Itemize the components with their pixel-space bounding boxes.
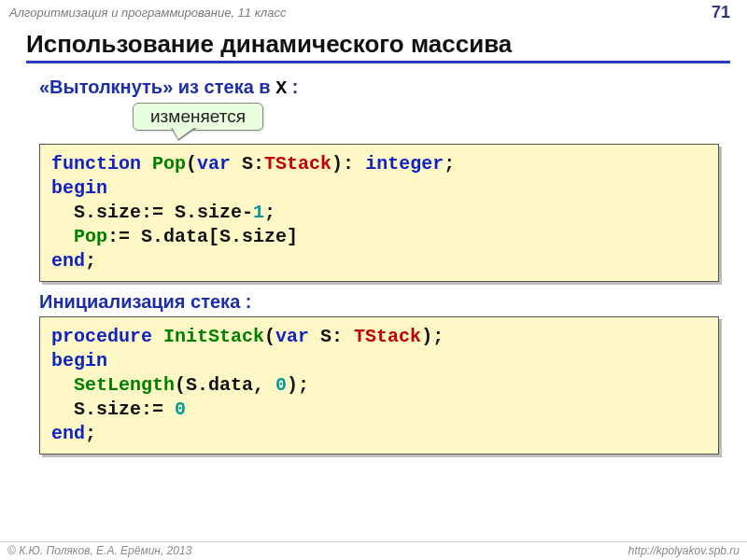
slide-header: Алгоритмизация и программирование, 11 кл… (0, 0, 747, 24)
slide-footer: © К.Ю. Поляков, Е.А. Ерёмин, 2013 http:/… (0, 541, 747, 559)
callout-tail-icon (171, 128, 197, 141)
callout-text: изменяется (150, 106, 246, 126)
course-name: Алгоритмизация и программирование, 11 кл… (9, 6, 286, 20)
code-block-pop: function Pop(var S:TStack): integer; beg… (39, 144, 719, 282)
copyright: © К.Ю. Поляков, Е.А. Ерёмин, 2013 (7, 544, 191, 559)
section1-label: «Вытолкнуть» из стека в X : (39, 77, 719, 99)
footer-url: http://kpolyakov.spb.ru (628, 544, 740, 559)
callout-bubble: изменяется (133, 103, 263, 131)
code-block-initstack: procedure InitStack(var S: TStack); begi… (39, 316, 719, 455)
section2-label: Инициализация стека : (39, 291, 719, 313)
page-number: 71 (712, 3, 730, 22)
slide-title: Использование динамического массива (26, 30, 730, 63)
